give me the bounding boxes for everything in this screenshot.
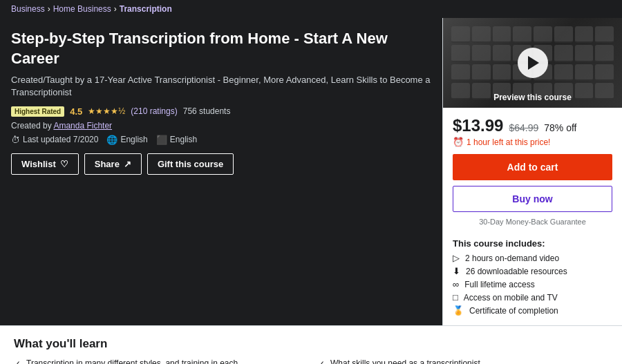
- include-icon: ∞: [453, 279, 459, 289]
- breadcrumb: Business › Home Business › Transcription: [0, 0, 622, 18]
- instructor-link[interactable]: Amanda Fichter: [53, 121, 112, 131]
- learn-title: What you'll learn: [14, 337, 608, 351]
- add-to-cart-button[interactable]: Add to cart: [453, 154, 612, 180]
- course-header: Step-by-Step Transcription from Home - S…: [0, 18, 442, 325]
- includes-list: ▷2 hours on-demand video⬇26 downloadable…: [453, 253, 612, 316]
- last-updated: ⏱ Last updated 7/2020: [11, 135, 98, 145]
- learn-grid: ✓Transcription in many different styles,…: [14, 358, 608, 364]
- video-preview[interactable]: Preview this course: [443, 18, 622, 108]
- star-rating: ★★★★½: [88, 106, 125, 116]
- gift-button[interactable]: Gift this course: [147, 153, 234, 175]
- includes-title: This course includes:: [453, 238, 612, 249]
- include-item: □Access on mobile and TV: [453, 292, 612, 303]
- check-icon: ✓: [318, 358, 325, 364]
- original-price: $64.99: [509, 122, 538, 133]
- heart-icon: ♡: [60, 159, 68, 169]
- globe-icon: 🌐: [106, 135, 117, 145]
- share-button[interactable]: Share ↗: [84, 153, 142, 175]
- share-arrow-icon: ↗: [124, 159, 131, 169]
- student-count: 756 students: [183, 106, 231, 116]
- breadcrumb-home-business[interactable]: Home Business: [53, 4, 111, 14]
- include-icon: □: [453, 292, 458, 303]
- current-price: $13.99: [453, 116, 503, 135]
- learn-text: Transcription in many different styles, …: [26, 358, 238, 364]
- include-icon: ▷: [453, 253, 460, 263]
- course-title: Step-by-Step Transcription from Home - S…: [11, 29, 431, 68]
- include-icon: 🏅: [453, 305, 464, 316]
- rating-count: (210 ratings): [131, 106, 177, 116]
- language2: ⬛ English: [156, 135, 197, 145]
- include-icon: ⬇: [453, 266, 460, 276]
- discount-percent: 78% off: [544, 122, 576, 133]
- alarm-icon: ⏰: [453, 137, 464, 147]
- include-item: ▷2 hours on-demand video: [453, 253, 612, 263]
- include-text: Access on mobile and TV: [464, 293, 558, 303]
- learn-item: ✓What skills you need as a transcription…: [318, 358, 608, 364]
- created-by: Created by Amanda Fichter: [11, 121, 431, 131]
- timer-row: ⏰ 1 hour left at this price!: [453, 137, 612, 147]
- include-item: ∞Full lifetime access: [453, 279, 612, 289]
- learn-text: What skills you need as a transcriptioni…: [330, 358, 480, 364]
- meta-row: ⏱ Last updated 7/2020 🌐 English ⬛ Englis…: [11, 135, 431, 145]
- course-subtitle: Created/Taught by a 17-Year Active Trans…: [11, 74, 431, 99]
- wishlist-button[interactable]: Wishlist ♡: [11, 153, 79, 175]
- action-buttons: Wishlist ♡ Share ↗ Gift this course: [11, 153, 431, 175]
- highest-rated-badge: Highest Rated: [11, 106, 64, 117]
- preview-label: Preview this course: [493, 93, 572, 102]
- play-button[interactable]: [518, 48, 548, 78]
- what-you-learn: What you'll learn ✓Transcription in many…: [0, 325, 622, 364]
- learn-item: ✓Transcription in many different styles,…: [14, 358, 304, 364]
- pricing-area: $13.99 $64.99 78% off ⏰ 1 hour left at t…: [443, 108, 622, 238]
- include-text: 2 hours on-demand video: [465, 253, 559, 263]
- include-text: Full lifetime access: [464, 280, 534, 289]
- rating-number: 4.5: [70, 106, 82, 117]
- include-text: 26 downloadable resources: [466, 267, 567, 276]
- course-sidebar: Preview this course $13.99 $64.99 78% of…: [442, 18, 622, 325]
- caption-icon: ⬛: [156, 135, 167, 145]
- language1: 🌐 English: [106, 135, 147, 145]
- include-item: 🏅Certificate of completion: [453, 305, 612, 316]
- course-includes: This course includes: ▷2 hours on-demand…: [443, 238, 622, 325]
- breadcrumb-transcription[interactable]: Transcription: [120, 4, 172, 14]
- check-icon: ✓: [14, 358, 21, 364]
- include-text: Certificate of completion: [469, 306, 558, 316]
- price-row: $13.99 $64.99 78% off: [453, 116, 612, 135]
- play-icon: [528, 56, 539, 70]
- clock-icon: ⏱: [11, 135, 20, 145]
- guarantee-text: 30-Day Money-Back Guarantee: [453, 218, 612, 226]
- rating-row: Highest Rated 4.5 ★★★★½ (210 ratings) 75…: [11, 106, 431, 117]
- timer-text: 1 hour left at this price!: [466, 137, 550, 147]
- breadcrumb-business[interactable]: Business: [11, 4, 45, 14]
- buy-now-button[interactable]: Buy now: [453, 186, 612, 212]
- include-item: ⬇26 downloadable resources: [453, 266, 612, 276]
